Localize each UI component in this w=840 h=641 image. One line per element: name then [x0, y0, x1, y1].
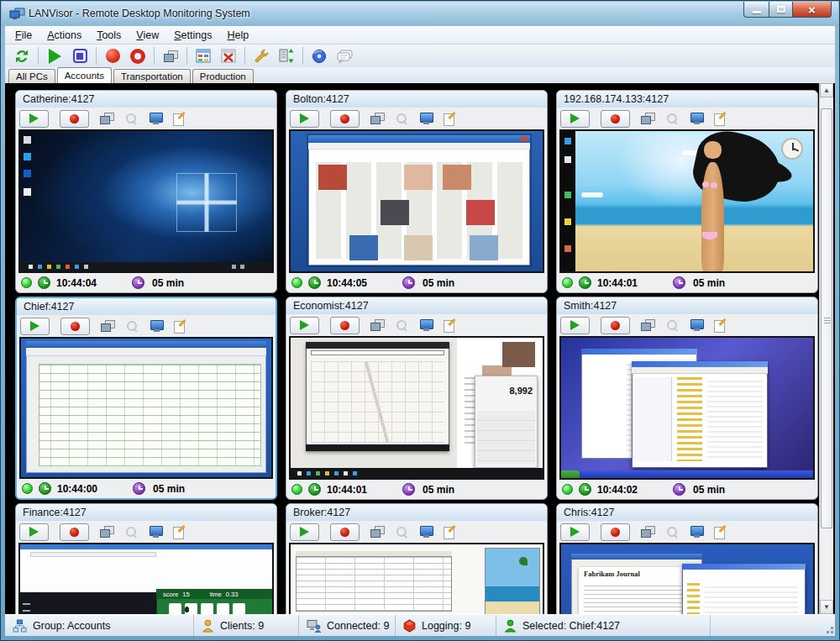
tile-play-button[interactable] — [19, 110, 49, 128]
monitor-tile-192-168-174-133[interactable]: 192.168.174.133:4127 — [556, 90, 818, 293]
notes-icon[interactable] — [714, 113, 726, 125]
magnifier-icon[interactable] — [666, 526, 679, 539]
screen-thumbnail-finance[interactable]: score 15 time 0.33 — [18, 543, 274, 614]
tile-play-button[interactable] — [290, 110, 319, 128]
remote-screens-icon[interactable] — [641, 526, 655, 538]
titlebar[interactable]: LANVisor - Remote Desktop Monitoring Sys… — [2, 2, 838, 26]
tab-transportation[interactable]: Transportation — [113, 69, 191, 83]
magnifier-icon[interactable] — [125, 113, 138, 125]
menu-view[interactable]: View — [129, 27, 166, 44]
stop-view-button[interactable] — [67, 45, 92, 66]
screen-thumbnail-catherine[interactable] — [18, 129, 274, 273]
screen-thumbnail-smith[interactable] — [559, 336, 815, 480]
screen-thumbnail-chief[interactable] — [19, 337, 273, 479]
tile-record-button[interactable] — [60, 318, 90, 335]
scroll-up-button[interactable]: ▲ — [820, 83, 833, 97]
screen-thumbnail-bolton[interactable] — [289, 129, 544, 273]
tile-record-button[interactable] — [601, 110, 630, 128]
show-table-button[interactable] — [191, 45, 216, 66]
remote-screens-icon[interactable] — [641, 319, 655, 331]
tab-all-pcs[interactable]: All PCs — [8, 69, 55, 83]
monitor-tile-chris[interactable]: Chris:4127 Fabrikam Journal — [556, 503, 818, 614]
magnifier-icon[interactable] — [396, 526, 408, 539]
tile-record-button[interactable] — [330, 523, 360, 541]
magnifier-icon[interactable] — [396, 319, 408, 332]
remote-screens-icon[interactable] — [370, 113, 385, 124]
monitor-tile-smith[interactable]: Smith:4127 — [556, 297, 818, 500]
menu-settings[interactable]: Settings — [166, 27, 219, 44]
tile-record-button[interactable] — [60, 523, 89, 541]
notes-icon[interactable] — [444, 526, 455, 539]
tab-accounts[interactable]: Accounts — [57, 67, 112, 83]
menu-actions[interactable]: Actions — [39, 27, 89, 44]
screen-thumbnail-beach[interactable] — [559, 129, 815, 273]
notes-icon[interactable] — [444, 319, 455, 332]
remote-screens-icon[interactable] — [370, 526, 385, 538]
monitor-icon[interactable] — [150, 320, 163, 332]
tile-play-button[interactable] — [290, 317, 319, 334]
monitor-tile-finance[interactable]: Finance:4127 — [15, 503, 277, 614]
maximize-button[interactable] — [769, 2, 793, 18]
monitor-tile-catherine[interactable]: Catherine:4127 — [15, 90, 277, 293]
vertical-scrollbar[interactable]: ▲ ▼ — [819, 83, 833, 614]
screen-thumbnail-chris[interactable]: Fabrikam Journal — [559, 543, 815, 614]
monitor-tile-chief[interactable]: Chief:4127 — [15, 297, 277, 500]
tile-record-button[interactable] — [60, 110, 89, 128]
menu-tools[interactable]: Tools — [89, 27, 129, 44]
start-view-button[interactable] — [42, 45, 67, 66]
tile-play-button[interactable] — [19, 523, 49, 541]
menu-help[interactable]: Help — [219, 27, 256, 44]
scroll-down-button[interactable]: ▼ — [820, 600, 833, 614]
monitor-icon[interactable] — [419, 526, 433, 538]
monitor-icon[interactable] — [149, 526, 162, 538]
resize-grip[interactable] — [831, 631, 833, 633]
tile-play-button[interactable] — [560, 110, 590, 128]
notes-icon[interactable] — [173, 113, 185, 125]
about-button[interactable] — [307, 45, 332, 66]
server-update-button[interactable] — [274, 45, 299, 66]
tab-production[interactable]: Production — [192, 69, 254, 83]
monitor-tile-economist[interactable]: Economist:4127 — [286, 297, 548, 500]
magnifier-icon[interactable] — [126, 320, 139, 333]
tile-record-button[interactable] — [601, 523, 630, 541]
magnifier-icon[interactable] — [396, 113, 408, 125]
notes-icon[interactable] — [714, 319, 726, 332]
remote-screens-button[interactable] — [158, 45, 183, 66]
monitor-icon[interactable] — [690, 526, 703, 538]
close-table-button[interactable] — [216, 45, 241, 66]
notes-icon[interactable] — [174, 320, 186, 333]
scrollbar-thumb[interactable] — [821, 108, 832, 528]
remote-screens-icon[interactable] — [370, 319, 385, 331]
notes-icon[interactable] — [444, 113, 455, 125]
tile-record-button[interactable] — [330, 110, 360, 128]
monitor-icon[interactable] — [419, 113, 433, 124]
remote-screens-icon[interactable] — [641, 113, 655, 124]
notes-icon[interactable] — [173, 526, 185, 539]
tile-play-button[interactable] — [560, 523, 590, 541]
chat-button[interactable] — [332, 45, 357, 66]
tile-record-button[interactable] — [330, 317, 360, 334]
close-button[interactable]: × — [793, 2, 832, 18]
magnifier-icon[interactable] — [666, 319, 679, 332]
tile-play-button[interactable] — [290, 523, 319, 541]
screen-thumbnail-economist[interactable]: 8,992 — [289, 336, 544, 480]
settings-button[interactable] — [249, 45, 274, 66]
refresh-button[interactable] — [9, 45, 34, 66]
monitor-icon[interactable] — [419, 319, 433, 331]
magnifier-icon[interactable] — [666, 113, 679, 125]
start-recording-button[interactable] — [100, 45, 125, 66]
monitor-tile-bolton[interactable]: Bolton:4127 — [286, 90, 548, 293]
minimize-button[interactable] — [743, 2, 769, 18]
notes-icon[interactable] — [714, 526, 726, 539]
monitor-icon[interactable] — [690, 113, 703, 124]
monitor-icon[interactable] — [690, 319, 703, 331]
tile-play-button[interactable] — [560, 317, 590, 334]
tile-record-button[interactable] — [601, 317, 630, 334]
magnifier-icon[interactable] — [125, 526, 138, 539]
menu-file[interactable]: File — [8, 27, 39, 44]
stop-recording-button[interactable] — [125, 45, 150, 66]
monitor-icon[interactable] — [149, 113, 162, 124]
monitor-tile-broker[interactable]: Broker:4127 — [286, 503, 548, 614]
remote-screens-icon[interactable] — [100, 526, 114, 538]
screen-thumbnail-broker[interactable] — [289, 543, 544, 614]
